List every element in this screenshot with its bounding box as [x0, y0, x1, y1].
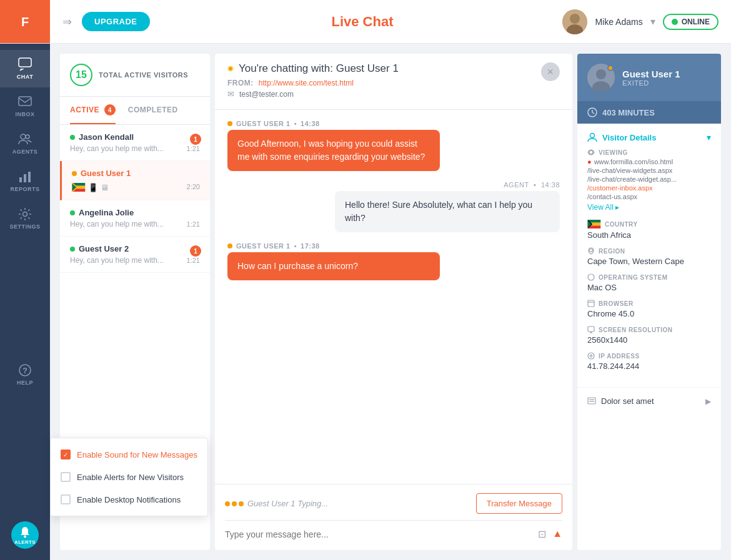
device-icon: 📱: [88, 183, 98, 192]
logo-area: F: [0, 0, 50, 43]
visitor-item[interactable]: Guest User 2 Hey, can you help me with..…: [60, 237, 210, 273]
visitor-item[interactable]: Angelina Jolie Hey, can you help me with…: [60, 200, 210, 237]
dolor-row[interactable]: Dolor set amet ▶: [577, 388, 721, 415]
svg-point-7: [21, 134, 26, 139]
details-avatar: [587, 64, 615, 91]
sound-label: Enable Sound for New Messages: [77, 450, 197, 459]
email-icon: ✉: [227, 89, 234, 99]
visitor-header: 15 TOTAL ACTIVE VISITORS: [60, 54, 210, 97]
chat-input-icons: ⊡ ▲: [538, 528, 562, 540]
typing-dot-2: [232, 501, 237, 506]
visitor-time: 1:21: [187, 145, 200, 152]
os-label: OPERATING SYSTEM: [587, 273, 711, 281]
transfer-message-button[interactable]: Transfer Message: [476, 493, 562, 514]
send-icon[interactable]: ▲: [552, 528, 562, 540]
active-tab-badge: 4: [104, 104, 116, 115]
visitor-item-header: Angelina Jolie: [70, 208, 200, 217]
agents-icon: [18, 132, 32, 146]
sidebar-settings-label: SETTINGS: [9, 224, 40, 230]
person-icon: [587, 132, 597, 142]
sender-dot: [227, 243, 232, 248]
visitor-name: Guest User 2: [70, 244, 129, 253]
viewing-link-active[interactable]: /customer-inbox.aspx: [587, 184, 711, 192]
popup-item-sound[interactable]: ✓ Enable Sound for New Messages: [51, 443, 207, 466]
svg-point-8: [26, 135, 29, 139]
svg-point-3: [570, 14, 580, 24]
visitor-icons: 📱 🖥: [72, 183, 109, 192]
inbox-icon: [18, 95, 32, 109]
viewing-link[interactable]: /live-chat/view-widgets.aspx: [587, 167, 711, 174]
minutes-label: 403 MINUTES: [602, 108, 655, 117]
alerts-checkbox[interactable]: [61, 472, 71, 482]
footer-divider: [225, 520, 562, 521]
online-indicator: [72, 171, 77, 176]
country-label: COUNTRY: [587, 220, 711, 228]
close-chat-button[interactable]: ✕: [541, 62, 560, 81]
dolor-label-text: Dolor set amet: [601, 396, 654, 406]
popup-item-desktop[interactable]: Enable Desktop Notifications: [51, 488, 207, 511]
online-indicator: [70, 210, 75, 215]
unread-badge: 1: [190, 134, 201, 145]
status-indicator-dot: [672, 19, 678, 25]
view-all-link[interactable]: View All ▸: [587, 203, 619, 212]
sidebar-item-chat[interactable]: CHAT: [0, 50, 50, 87]
sidebar-item-agents[interactable]: AGENTS: [0, 125, 50, 162]
from-url[interactable]: http://www.site.com/test.html: [259, 79, 354, 87]
svg-text:?: ?: [22, 366, 27, 375]
visitor-item-header: Guest User 2: [70, 244, 200, 253]
reports-icon: [18, 170, 32, 184]
typing-dot-3: [239, 501, 244, 506]
sidebar-item-inbox[interactable]: INBOX: [0, 87, 50, 125]
user-chevron-icon[interactable]: ▾: [650, 16, 655, 27]
detail-os: OPERATING SYSTEM Mac OS: [587, 273, 711, 292]
popup-item-alerts[interactable]: Enable Alerts for New Visitors: [51, 466, 207, 488]
visitor-time: 1:21: [187, 220, 200, 228]
viewing-link[interactable]: /live-chat/create-widget.asp...: [587, 175, 711, 183]
viewing-link[interactable]: www.formilla.com/iso.html: [594, 158, 674, 165]
sidebar-item-settings[interactable]: SETTINGS: [0, 200, 50, 237]
chat-from-row: FROM: http://www.site.com/test.html: [227, 79, 399, 87]
svg-point-24: [596, 69, 606, 79]
visitor-name: Guest User 1: [72, 169, 131, 178]
visitor-time: 2:20: [187, 183, 200, 190]
logo-icon[interactable]: F: [12, 9, 37, 34]
sound-checkbox[interactable]: ✓: [61, 449, 71, 459]
sidebar-item-help[interactable]: ? HELP: [0, 356, 50, 393]
alerts-button[interactable]: ALERTS: [11, 521, 39, 549]
chat-panel: You're chatting with: Guest User 1 FROM:…: [215, 54, 572, 550]
online-status-badge[interactable]: ONLINE: [663, 14, 719, 30]
svg-rect-5: [19, 58, 31, 67]
desktop-checkbox[interactable]: [61, 494, 71, 504]
header-right: Mike Adams ▾ ONLINE: [562, 9, 731, 34]
visitor-time: 1:21: [187, 257, 200, 264]
alerts-label: ALERTS: [14, 539, 36, 545]
alerts-area: ALERTS: [0, 511, 50, 554]
detail-screen: SCREEN RESOLUTION 2560x1440: [587, 326, 711, 345]
visitor-details-section: Visitor Details ▾ VIEWING ● www.formilla…: [577, 124, 721, 388]
agent-sender-label: AGENT • 14:38: [504, 181, 560, 189]
expand-icon[interactable]: ⊡: [538, 528, 546, 540]
upgrade-button[interactable]: UPGRADE: [82, 12, 150, 31]
svg-rect-11: [28, 172, 31, 182]
details-user-name: Guest User 1: [622, 69, 680, 79]
viewing-link[interactable]: /contact-us.aspx: [587, 193, 711, 200]
chat-message-input[interactable]: [225, 529, 538, 539]
top-header: F ⇒ UPGRADE Live Chat Mike Adams ▾ ONLIN…: [0, 0, 731, 44]
visitor-item-header: Jason Kendall: [70, 132, 200, 142]
visitor-item-active[interactable]: Guest User 1: [60, 161, 210, 200]
sidebar-item-reports[interactable]: REPORTS: [0, 162, 50, 200]
details-chevron-icon[interactable]: ▾: [707, 132, 711, 142]
visitor-item[interactable]: Jason Kendall Hey, can you help me with.…: [60, 125, 210, 161]
detail-ip: IP ADDRESS 41.78.244.244: [587, 352, 711, 371]
hamburger-icon[interactable]: ⇒: [62, 15, 72, 29]
tab-completed[interactable]: COMPLETED: [128, 98, 178, 123]
visitor-item-header: Guest User 1: [72, 169, 200, 178]
chat-email: test@tester.com: [239, 90, 294, 99]
tab-active[interactable]: ACTIVE 4: [70, 97, 116, 124]
chat-footer: Guest User 1 Typing... Transfer Message …: [215, 484, 572, 550]
online-indicator: [70, 247, 75, 252]
chat-footer-top: Guest User 1 Typing... Transfer Message: [225, 489, 562, 518]
visitor-preview: Hey, can you help me with...: [70, 220, 164, 228]
sidebar-inbox-label: INBOX: [15, 111, 34, 117]
dolor-chevron-icon: ▶: [705, 397, 711, 406]
